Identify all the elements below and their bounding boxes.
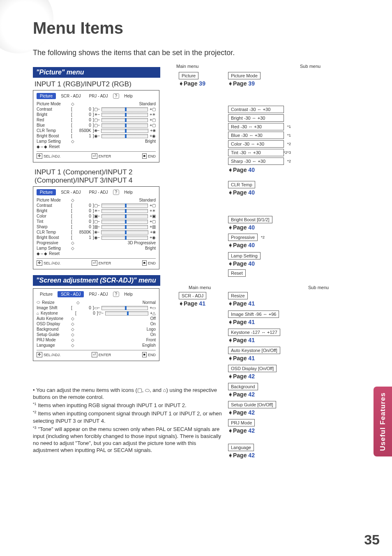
osd-row-label: Picture Mode [37,198,69,202]
intro-text: The following shows the items that can b… [33,49,235,57]
footnotes: • You can adjust the menu items with ico… [33,387,222,454]
osd-row-label: CLR Temp [37,128,69,133]
osd-row-value: Bright [145,246,156,250]
osd-row-value: English [142,343,156,348]
page-title: Menu Items [33,19,123,37]
osd-row-value: On [150,332,156,337]
tab-scr: SCR - ADJ [58,189,84,195]
footnote-3: "Tone" will appear on the menu screen on… [33,426,221,453]
dpad-icon: ✥ [37,352,42,357]
footnote-1: Items when inputting RGB signal through … [38,402,187,408]
enter-icon: ⏎ [92,352,97,357]
osd-row-label: PRJ Mode [37,338,69,342]
tree-node: Setup Guide [On/Off] [228,401,276,408]
osd-row-label: Resize [42,300,75,305]
tree-node: Resize [228,292,248,299]
page-link: ➧Page 39 [228,80,261,87]
side-tab: Useful Features [374,387,392,456]
osd-row-value: Off [150,316,156,321]
dpad-icon: ✥ [37,153,42,159]
dpad-icon: ✥ [37,260,42,266]
page-number: 35 [364,532,380,548]
tab-picture: Picture [37,291,56,297]
osd-row-value: 3D Progressive [128,241,156,245]
page-link: ➧Page 41 [228,300,255,307]
osd-row-value: Front [146,338,156,342]
osd-row-value: 0 [74,118,91,122]
osd-picture-component: Picture SCR - ADJ PRJ - ADJ ? Help Pictu… [33,186,159,269]
osd-row-label: Sharp [37,225,69,229]
osd-row-value: 8500K [74,230,91,234]
tab-help: Help [121,189,136,195]
osd-row-value: Standard [139,198,156,202]
tree-node: Bright -30 ↔ +30 [228,114,284,122]
main-menu-heading: Main menu [189,285,211,290]
page-link: ➧Page 39 [179,80,205,87]
page-link: ➧Page 42 [228,391,258,398]
foot-sel: SEL./ADJ. [44,261,61,265]
tab-prj: PRJ - ADJ [85,189,111,195]
page-link: ➧Page 41 [228,337,280,343]
tree-node: Keystone -127 ↔ +127 [228,329,280,336]
page-link: ➧Page 42 [228,452,255,459]
scr-menu-title: "Screen adjustment (SCR-ADJ)" menu [33,275,160,286]
osd-row-label: Tint [37,219,69,224]
osd-row-value: Standard [139,102,156,106]
tree-node: Reset [228,269,246,277]
page-link: ➧Page 42 [228,427,255,434]
osd-row-value: 0 [74,208,91,213]
osd-row-label: OSD Display [37,322,69,326]
page-link: ➧Page 41 [179,300,206,307]
osd-row-value: Normal [143,300,156,305]
sub-menu-heading: Sub menu [300,64,321,69]
osd-row-label: Keystone [41,311,74,315]
foot-sel: SEL./ADJ. [44,154,61,158]
tab-scr: SCR - ADJ [58,93,84,99]
osd-row-value: 0 [74,306,91,310]
osd-row-value: 1 [74,235,91,240]
tree-node: Background [228,383,258,390]
osd-row-value: 0 [74,219,91,224]
tab-picture: Picture [37,189,56,195]
foot-enter: ENTER [99,154,111,158]
page-link: ➧Page 42 [228,373,277,380]
osd-row-label: Language [37,343,69,348]
tree-node: CLR Temp [228,181,255,188]
tree-node: Image Shift -96 ↔ +96 [228,310,279,318]
tree-node: Language [228,444,254,451]
osd-row-label: Background [37,327,69,331]
page-link: ➧Page 41 [228,319,279,325]
osd-row-label: Bright Boost [37,235,69,240]
left-column: "Picture" menu INPUT 1 (RGB)/INPUT2 (RGB… [33,67,160,367]
foot-end: END [148,154,156,158]
osd-row-value: On [150,322,156,326]
osd-row-value: 8500K [74,128,91,133]
tab-prj: PRJ - ADJ [85,93,111,99]
tree-node: PRJ Mode [228,419,255,426]
footnote-bullet: You can adjust the menu items with icons… [33,387,217,400]
osd-row-label: Contrast [37,107,69,111]
page-link: ➧Page 40 [228,167,255,173]
osd-row-label: Auto Keystone [37,316,69,321]
osd-row-value: 0 [74,107,91,111]
osd-row-label: Blue [37,123,69,127]
tree-node: Auto Keystone [On/Off] [228,347,280,354]
osd-row-value: 0 [74,112,91,117]
input2-label: INPUT 1 (Component)/INPUT 2 (Component)/… [35,168,160,185]
page-link: ➧Page 40 [228,224,272,231]
page-link: ➧Page 42 [228,409,276,416]
osd-row-label: Picture Mode [37,102,69,106]
tree-node: Sharp -30 ↔ +30*2 [228,158,284,165]
help-icon: ? [113,292,120,297]
foot-sel: SEL./ADJ. [44,353,61,357]
enter-icon: ⏎ [92,153,97,159]
osd-row-value: Bright [145,139,156,144]
osd-row-label: Color [37,214,69,218]
end-icon: ■ [142,153,147,159]
osd-row-value: 1 [74,134,91,138]
tree-node-picture: Picture [179,72,198,79]
tree-node: Progressive*2 [228,234,258,241]
main-menu-heading: Main menu [176,64,198,69]
osd-row-value: Logo [147,327,156,331]
tree-node: Red -30 ↔ +30*1 [228,123,284,130]
